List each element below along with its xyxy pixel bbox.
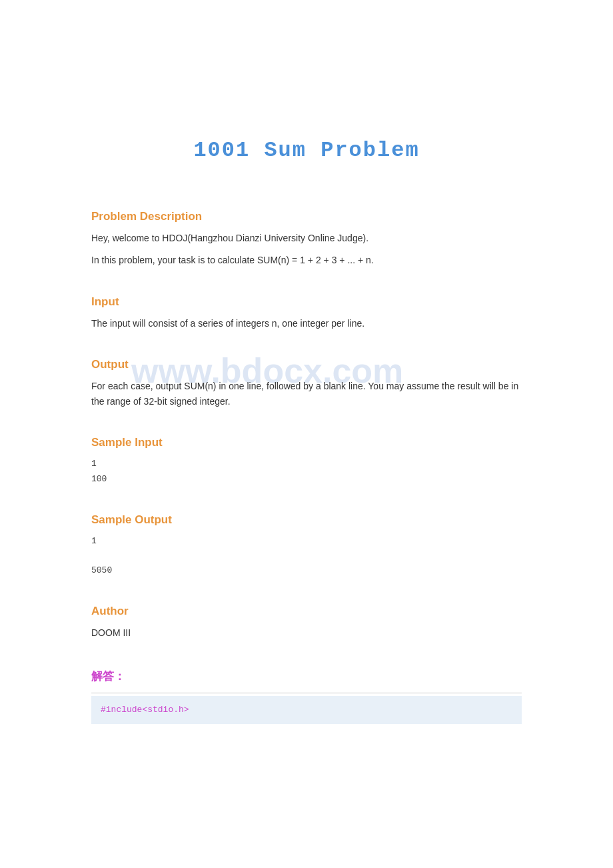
sample-output-data: 1 5050 <box>91 534 522 578</box>
sample-input-data: 1 100 <box>91 457 522 486</box>
author-name: DOOM III <box>91 625 522 641</box>
problem-description-p2: In this problem, your task is to calcula… <box>91 253 522 268</box>
author-section: Author DOOM III <box>91 602 522 641</box>
output-body: For each case, output SUM(n) in one line… <box>91 379 522 409</box>
solution-section: 解答： #include<stdio.h> <box>91 667 522 723</box>
sample-input-section: Sample Input 1 100 <box>91 433 522 486</box>
solution-code: #include<stdio.h> <box>91 696 522 724</box>
author-name-text: DOOM III <box>91 625 522 641</box>
author-heading: Author <box>91 602 522 620</box>
problem-description-body: Hey, welcome to HDOJ(Hangzhou Dianzi Uni… <box>91 231 522 268</box>
page-title: 1001 Sum Problem <box>91 133 522 167</box>
solution-divider <box>91 693 522 693</box>
input-body: The input will consist of a series of in… <box>91 316 522 331</box>
output-text: For each case, output SUM(n) in one line… <box>91 379 522 409</box>
page-container: 1001 Sum Problem Problem Description Hey… <box>0 0 613 764</box>
solution-heading: 解答： <box>91 667 522 685</box>
problem-description-section: Problem Description Hey, welcome to HDOJ… <box>91 207 522 268</box>
output-section: www.bdocx.com Output For each case, outp… <box>91 355 522 409</box>
input-text: The input will consist of a series of in… <box>91 316 522 331</box>
input-section: Input The input will consist of a series… <box>91 293 522 331</box>
input-heading: Input <box>91 293 522 311</box>
problem-description-heading: Problem Description <box>91 207 522 225</box>
problem-description-p1: Hey, welcome to HDOJ(Hangzhou Dianzi Uni… <box>91 231 522 246</box>
sample-output-heading: Sample Output <box>91 511 522 529</box>
output-heading: Output <box>91 355 522 373</box>
sample-output-section: Sample Output 1 5050 <box>91 511 522 578</box>
sample-input-heading: Sample Input <box>91 433 522 451</box>
